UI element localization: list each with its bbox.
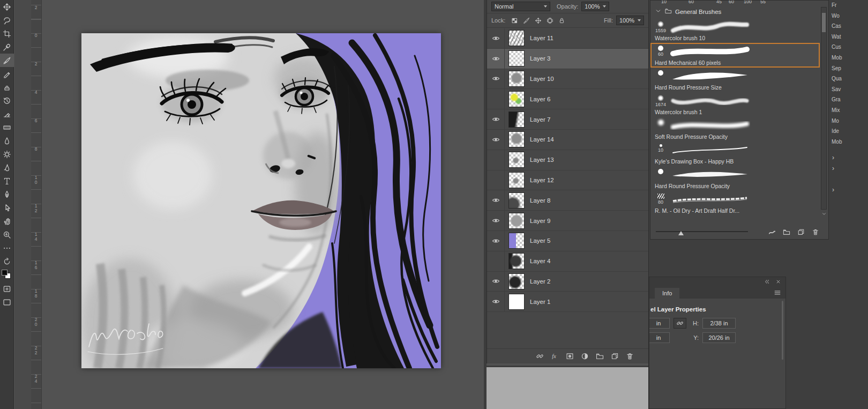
pencil-tool[interactable] [0,67,14,80]
hand-tool[interactable] [0,214,14,228]
type-tool[interactable] [0,174,14,188]
lock-transparent-pixels[interactable] [511,17,519,25]
brush-preset[interactable]: 1674 Watercolor brush 1 [650,92,820,117]
layer-name[interactable]: Layer 10 [530,76,554,82]
panel-menu-icon[interactable] [774,289,781,296]
layer-name[interactable]: Layer 3 [530,55,550,62]
clipped-panel-tab[interactable]: Wat [829,32,868,42]
close-panel-icon[interactable] [775,277,781,287]
height-field[interactable]: 2/38 in [702,318,736,329]
layer-visibility-toggle[interactable] [487,272,505,292]
brushes-scrollbar[interactable] [821,7,827,210]
layer-name[interactable]: Layer 2 [530,278,550,285]
brush-preset[interactable]: Soft Round Pressure Opacity [650,117,820,142]
crop-tool[interactable] [0,27,14,40]
link-dimensions-button[interactable] [674,318,686,329]
document-canvas[interactable] [81,33,441,368]
clipped-panel-tab[interactable]: Mob [829,137,868,147]
layer-row[interactable]: Layer 13 [487,150,648,170]
layer-row[interactable]: Layer 12 [487,170,648,191]
brush-preset[interactable]: Hard Round Pressure Size [650,68,820,92]
new-adjustment-layer-button[interactable] [580,352,589,361]
clipped-panel-tab[interactable]: Mix [829,105,868,116]
clipped-panel-tab[interactable]: Sep [829,63,868,74]
color-swatches[interactable] [0,268,14,282]
layer-name[interactable]: Layer 13 [530,157,554,163]
fill-input[interactable]: 100% [616,16,644,25]
eraser-tool[interactable] [0,107,14,121]
quick-mask-toggle[interactable] [0,282,14,295]
layer-thumbnail[interactable] [508,131,525,147]
layer-visibility-toggle[interactable] [487,292,505,311]
blend-mode-select[interactable]: Normal [491,2,550,11]
layer-thumbnail[interactable] [508,294,525,310]
clipped-panel-tab[interactable]: Fr [829,0,868,11]
eyedropper-tool[interactable] [0,40,14,54]
layer-name[interactable]: Layer 11 [530,35,553,41]
opacity-input[interactable]: 100% [581,2,609,11]
lock-all[interactable] [558,17,566,25]
layer-visibility-toggle[interactable] [487,89,505,109]
new-brush-group-button[interactable] [782,228,791,236]
foreground-color-swatch[interactable] [2,270,8,276]
layer-name[interactable]: Layer 4 [530,258,550,264]
more-tools[interactable] [0,241,14,255]
x-unit-field[interactable]: in [649,332,670,343]
pen-tool[interactable] [0,188,14,201]
y-field[interactable]: 20/26 in [702,332,736,343]
brush-preset[interactable]: Hard Round Pressure Opacity [650,166,820,191]
width-unit-field[interactable]: in [649,318,670,329]
layer-name[interactable]: Layer 6 [530,96,550,102]
layer-row[interactable]: Layer 10 [487,69,648,90]
layer-visibility-toggle[interactable] [487,251,505,271]
layer-name[interactable]: Layer 8 [530,197,550,204]
brush-preset[interactable]: 60 Hard Mechanical 60 pixels [650,43,820,68]
layer-row[interactable]: Layer 8 [487,190,648,211]
layer-name[interactable]: Layer 7 [530,116,550,123]
new-group-button[interactable] [595,352,604,361]
add-layer-mask-button[interactable] [565,352,574,361]
lock-position[interactable] [534,17,542,25]
brush-tool[interactable] [0,54,14,67]
layer-row[interactable]: Layer 3 [487,49,648,69]
move-tool[interactable] [0,0,14,13]
zoom-tool[interactable] [0,228,14,241]
layer-thumbnail[interactable] [508,233,525,249]
smudge-tool[interactable] [0,161,14,174]
layer-thumbnail[interactable] [508,273,525,289]
delete-brush-button[interactable] [811,228,820,236]
layer-row[interactable]: Layer 5 [487,231,648,251]
layer-name[interactable]: Layer 1 [530,299,550,305]
layer-visibility-toggle[interactable] [487,150,505,170]
layer-thumbnail[interactable] [508,91,525,107]
layer-name[interactable]: Layer 9 [530,218,550,224]
layer-thumbnail[interactable] [508,152,525,168]
dodge-tool[interactable] [0,147,14,161]
collapse-panel-icon[interactable] [764,277,770,287]
layer-visibility-toggle[interactable] [487,211,505,230]
tab-info[interactable]: Info [655,288,679,299]
clipped-panel-tab[interactable]: Wo [829,11,868,21]
layer-thumbnail[interactable] [508,253,525,269]
brush-group-header[interactable]: General Brushes [650,6,721,18]
delete-layer-button[interactable] [625,352,634,361]
layer-row[interactable]: Layer 1 [487,292,648,312]
history-brush-tool[interactable] [0,94,14,107]
layer-thumbnail[interactable] [508,213,525,229]
link-layers-button[interactable] [535,352,544,361]
path-select-tool[interactable] [0,201,14,214]
layer-row[interactable]: Layer 9 [487,211,648,231]
new-layer-button[interactable] [610,352,619,361]
clipped-panel-tab[interactable]: Ide [829,126,868,137]
layer-row[interactable]: Layer 11 [487,28,648,49]
rotate-view-tool[interactable] [0,255,14,268]
brush-preset[interactable]: 1559 Watercolor brush 10 [650,18,820,43]
chevron-right-icon[interactable]: › [832,165,834,172]
layer-visibility-toggle[interactable] [487,49,505,69]
brush-preset[interactable]: 10 Kyle's Drawing Box - Happy HB [650,142,820,166]
layer-thumbnail[interactable] [508,192,525,209]
layer-effects-button[interactable]: fx [550,352,559,361]
screen-mode-toggle[interactable] [0,295,14,309]
layer-visibility-toggle[interactable] [487,190,505,210]
layer-thumbnail[interactable] [508,50,525,66]
